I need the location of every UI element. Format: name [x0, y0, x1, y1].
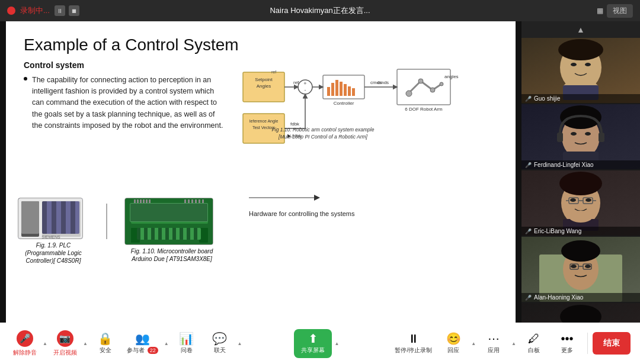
bullet-item: The capability for connecting action to … [24, 75, 225, 132]
participant-name-1: Guo shijie [534, 95, 560, 102]
participant-item: 🎤 Ferdinand-Lingfei Xiao [521, 104, 640, 169]
mute-label: 解除静音 [13, 349, 37, 357]
participants-label: 参与者 22 [127, 346, 158, 355]
participants-count-badge: 22 [148, 347, 158, 354]
chevron-up-icon[interactable]: ▲ [572, 24, 590, 36]
react-icon: 😊 [446, 333, 461, 344]
svg-rect-42 [21, 201, 39, 237]
svg-rect-51 [73, 204, 79, 231]
main-area: Example of a Control System Control syst… [0, 21, 521, 323]
svg-rect-13 [327, 87, 330, 96]
survey-icon: 📊 [179, 333, 194, 344]
svg-rect-15 [335, 80, 338, 96]
participant-name-3: Eric-LiBang Wang [534, 228, 581, 234]
svg-text:ref: ref [271, 70, 276, 74]
svg-point-28 [406, 91, 412, 96]
participants-chevron-icon[interactable]: ▲ [164, 341, 169, 346]
video-chevron-icon[interactable]: ▲ [83, 341, 88, 346]
svg-rect-60 [131, 228, 140, 243]
apps-icon: ⋯ [488, 333, 500, 344]
stop-recording-btn[interactable]: ⏹ [69, 5, 79, 16]
apps-label: 应用 [488, 346, 500, 355]
react-chevron-icon[interactable]: ▲ [471, 341, 476, 346]
apps-chevron-icon[interactable]: ▲ [511, 341, 516, 346]
svg-rect-16 [340, 82, 343, 96]
view-button[interactable]: 视图 [607, 4, 633, 18]
participant-name-4: Alan-Haoning Xiao [534, 294, 583, 301]
chat-chevron-icon[interactable]: ▲ [238, 341, 242, 346]
svg-rect-18 [348, 86, 351, 96]
svg-text:angles: angles [444, 74, 459, 79]
participant-item: 🎤 Alan-Haoning Xiao [521, 237, 640, 302]
top-bar-right: ▦ 视图 [597, 4, 633, 18]
more-icon: ••• [561, 333, 573, 344]
share-screen-button[interactable]: ⬆ 共享屏幕 [294, 329, 332, 358]
svg-point-92 [585, 198, 591, 202]
video-off-icon: 📷 [57, 330, 73, 347]
svg-point-29 [418, 79, 423, 83]
react-label: 回应 [447, 346, 459, 355]
more-button[interactable]: ••• 更多 [552, 330, 583, 357]
pause-record-label: 暂停/停止录制 [395, 346, 432, 355]
svg-rect-55 [131, 203, 208, 224]
pause-recording-btn[interactable]: ⏸ [55, 5, 65, 16]
plc-svg: SIEMENS [18, 198, 83, 239]
react-button[interactable]: 😊 回应 [438, 330, 469, 357]
svg-text:Fig 1.10. Robotic arm control : Fig 1.10. Robotic arm control system exa… [272, 127, 375, 133]
svg-point-80 [558, 39, 603, 60]
hardware-label-block: Hardware for controlling the systems [249, 186, 355, 218]
toolbar-divider [587, 333, 588, 354]
security-button[interactable]: 🔒 安全 [90, 330, 121, 357]
svg-rect-19 [352, 88, 355, 96]
speaker-indicator: Naira Hovakimyan正在发言... [270, 5, 370, 16]
svg-text:Controller: Controller [334, 101, 354, 106]
whiteboard-icon: 🖊 [528, 333, 540, 344]
svg-rect-87 [557, 133, 563, 142]
slide-left-column: Control system The capability for connec… [24, 60, 225, 187]
svg-rect-67 [146, 199, 148, 204]
svg-text:Setpoint: Setpoint [255, 77, 273, 82]
participant-video-3 [521, 170, 640, 236]
slide-body: Control system The capability for connec… [6, 60, 516, 187]
svg-rect-58 [175, 205, 184, 220]
recording-controls[interactable]: ⏸ ⏹ [55, 5, 79, 16]
mute-chevron-icon[interactable]: ▲ [43, 341, 47, 346]
participant-video-4 [521, 237, 640, 302]
bottom-toolbar: 🎤 解除静音 ▲ 📷 开启视频 ▲ 🔒 安全 👥 参与者 22 ▲ 📊 问卷 [0, 323, 640, 364]
pause-record-button[interactable]: ⏸ 暂停/停止录制 [391, 330, 436, 357]
participants-button[interactable]: 👥 参与者 22 [123, 330, 162, 357]
security-label: 安全 [100, 346, 111, 355]
control-system-heading: Control system [24, 60, 225, 70]
svg-rect-88 [599, 133, 604, 142]
svg-rect-70 [188, 199, 190, 204]
more-label: 更多 [561, 346, 573, 355]
svg-rect-47 [44, 204, 50, 231]
face-svg-4 [521, 237, 640, 302]
whiteboard-button[interactable]: 🖊 白板 [519, 330, 549, 357]
pause-record-icon: ⏸ [408, 333, 420, 344]
slide-content: Example of a Control System Control syst… [6, 21, 516, 323]
svg-rect-65 [140, 199, 142, 204]
end-button[interactable]: 结束 [593, 332, 631, 355]
face-svg-3 [521, 170, 640, 236]
apps-button[interactable]: ⋯ 应用 [478, 330, 509, 357]
svg-rect-64 [137, 199, 139, 204]
video-button[interactable]: 📷 开启视频 [50, 328, 81, 359]
participant-name-bar-3: 🎤 Eric-LiBang Wang [521, 227, 640, 236]
whiteboard-label: 白板 [528, 346, 540, 355]
participant-grid: 🎤 Guo shijie [521, 38, 640, 364]
chat-button[interactable]: 💬 联天 [204, 330, 235, 357]
share-screen-label: 共享屏幕 [301, 346, 325, 355]
mic-icon-4: 🎤 [525, 295, 532, 301]
mic-muted-icon-2: 🎤 [525, 162, 532, 168]
share-chevron-icon[interactable]: ▲ [334, 341, 339, 346]
panel-nav-up[interactable]: ▲ [521, 21, 640, 38]
svg-rect-48 [52, 204, 57, 231]
slide-title: Example of a Control System [6, 21, 516, 60]
mic-off-icon: 🎤 [17, 330, 33, 347]
survey-button[interactable]: 📊 问卷 [171, 330, 202, 357]
mute-button[interactable]: 🎤 解除静音 [9, 328, 40, 359]
chat-icon: 💬 [212, 333, 227, 344]
svg-point-100 [569, 211, 593, 223]
svg-rect-17 [344, 84, 347, 96]
